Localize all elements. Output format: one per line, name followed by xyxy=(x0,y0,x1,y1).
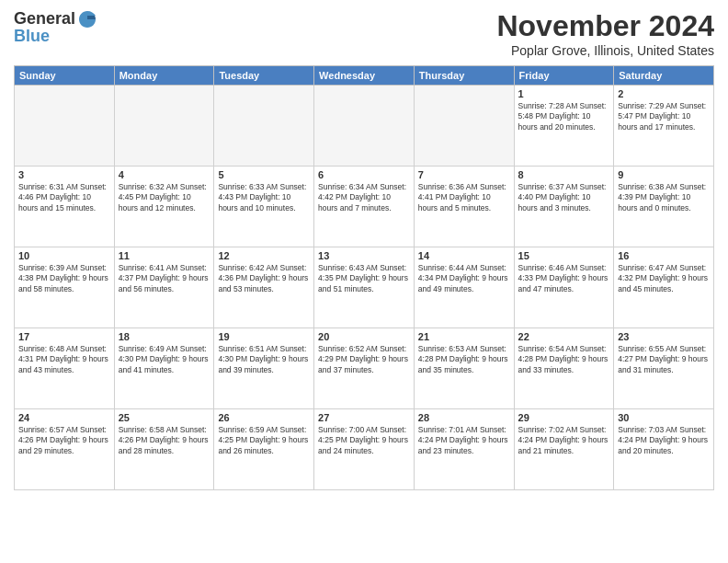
calendar-cell: 25Sunrise: 6:58 AM Sunset: 4:26 PM Dayli… xyxy=(114,409,214,490)
day-info: Sunrise: 7:01 AM Sunset: 4:24 PM Dayligh… xyxy=(418,425,510,456)
day-info: Sunrise: 6:58 AM Sunset: 4:26 PM Dayligh… xyxy=(119,425,210,456)
day-number: 16 xyxy=(618,250,710,261)
weekday-header-thursday: Thursday xyxy=(414,66,514,86)
calendar-cell: 8Sunrise: 6:37 AM Sunset: 4:40 PM Daylig… xyxy=(514,167,614,247)
header: General Blue November 2024 Poplar Grove,… xyxy=(14,9,714,58)
day-number: 21 xyxy=(418,331,510,342)
calendar-cell: 20Sunrise: 6:52 AM Sunset: 4:29 PM Dayli… xyxy=(314,328,415,409)
calendar-cell: 9Sunrise: 6:38 AM Sunset: 4:39 PM Daylig… xyxy=(614,167,714,247)
day-info: Sunrise: 7:28 AM Sunset: 5:48 PM Dayligh… xyxy=(518,101,610,132)
title-block: November 2024 Poplar Grove, Illinois, Un… xyxy=(496,9,714,58)
day-info: Sunrise: 7:03 AM Sunset: 4:24 PM Dayligh… xyxy=(618,425,710,456)
calendar-cell: 28Sunrise: 7:01 AM Sunset: 4:24 PM Dayli… xyxy=(414,409,514,490)
day-number: 29 xyxy=(518,412,610,423)
weekday-header-sunday: Sunday xyxy=(15,66,115,86)
day-info: Sunrise: 6:48 AM Sunset: 4:31 PM Dayligh… xyxy=(18,344,110,375)
logo-blue: Blue xyxy=(14,28,97,46)
weekday-header-tuesday: Tuesday xyxy=(214,66,314,86)
day-info: Sunrise: 6:43 AM Sunset: 4:35 PM Dayligh… xyxy=(318,263,410,294)
calendar-cell: 5Sunrise: 6:33 AM Sunset: 4:43 PM Daylig… xyxy=(214,167,314,247)
day-number: 6 xyxy=(318,169,410,180)
day-info: Sunrise: 6:38 AM Sunset: 4:39 PM Dayligh… xyxy=(618,182,710,213)
calendar-cell: 3Sunrise: 6:31 AM Sunset: 4:46 PM Daylig… xyxy=(15,167,115,247)
week-row-1: 3Sunrise: 6:31 AM Sunset: 4:46 PM Daylig… xyxy=(15,167,714,247)
calendar-cell: 15Sunrise: 6:46 AM Sunset: 4:33 PM Dayli… xyxy=(514,247,614,328)
day-number: 8 xyxy=(518,169,610,180)
day-info: Sunrise: 7:29 AM Sunset: 5:47 PM Dayligh… xyxy=(618,101,710,132)
calendar-cell: 12Sunrise: 6:42 AM Sunset: 4:36 PM Dayli… xyxy=(214,247,314,328)
day-info: Sunrise: 6:49 AM Sunset: 4:30 PM Dayligh… xyxy=(119,344,210,375)
logo-general: General xyxy=(14,10,75,29)
day-info: Sunrise: 6:53 AM Sunset: 4:28 PM Dayligh… xyxy=(418,344,510,375)
week-row-2: 10Sunrise: 6:39 AM Sunset: 4:38 PM Dayli… xyxy=(15,247,714,328)
day-info: Sunrise: 6:37 AM Sunset: 4:40 PM Dayligh… xyxy=(518,182,610,213)
calendar-cell: 4Sunrise: 6:32 AM Sunset: 4:45 PM Daylig… xyxy=(114,167,214,247)
day-info: Sunrise: 6:31 AM Sunset: 4:46 PM Dayligh… xyxy=(18,182,110,213)
calendar-cell: 14Sunrise: 6:44 AM Sunset: 4:34 PM Dayli… xyxy=(414,247,514,328)
calendar-cell: 13Sunrise: 6:43 AM Sunset: 4:35 PM Dayli… xyxy=(314,247,415,328)
calendar-cell: 16Sunrise: 6:47 AM Sunset: 4:32 PM Dayli… xyxy=(614,247,714,328)
calendar-cell: 7Sunrise: 6:36 AM Sunset: 4:41 PM Daylig… xyxy=(414,167,514,247)
main-title: November 2024 xyxy=(496,9,714,43)
day-info: Sunrise: 6:52 AM Sunset: 4:29 PM Dayligh… xyxy=(318,344,410,375)
day-number: 1 xyxy=(518,88,610,99)
day-info: Sunrise: 7:00 AM Sunset: 4:25 PM Dayligh… xyxy=(318,425,410,456)
calendar: SundayMondayTuesdayWednesdayThursdayFrid… xyxy=(14,65,714,490)
calendar-cell: 21Sunrise: 6:53 AM Sunset: 4:28 PM Dayli… xyxy=(414,328,514,409)
page: General Blue November 2024 Poplar Grove,… xyxy=(0,0,728,563)
calendar-cell: 27Sunrise: 7:00 AM Sunset: 4:25 PM Dayli… xyxy=(314,409,415,490)
subtitle: Poplar Grove, Illinois, United States xyxy=(496,43,714,58)
calendar-cell xyxy=(314,86,415,167)
day-info: Sunrise: 6:59 AM Sunset: 4:25 PM Dayligh… xyxy=(218,425,310,456)
weekday-header-wednesday: Wednesday xyxy=(314,66,415,86)
calendar-cell: 26Sunrise: 6:59 AM Sunset: 4:25 PM Dayli… xyxy=(214,409,314,490)
day-number: 12 xyxy=(218,250,310,261)
day-info: Sunrise: 6:36 AM Sunset: 4:41 PM Dayligh… xyxy=(418,182,510,213)
day-info: Sunrise: 6:41 AM Sunset: 4:37 PM Dayligh… xyxy=(119,263,210,294)
day-info: Sunrise: 6:32 AM Sunset: 4:45 PM Dayligh… xyxy=(119,182,210,213)
day-number: 14 xyxy=(418,250,510,261)
day-info: Sunrise: 6:34 AM Sunset: 4:42 PM Dayligh… xyxy=(318,182,410,213)
day-number: 4 xyxy=(119,169,210,180)
week-row-3: 17Sunrise: 6:48 AM Sunset: 4:31 PM Dayli… xyxy=(15,328,714,409)
day-info: Sunrise: 6:42 AM Sunset: 4:36 PM Dayligh… xyxy=(218,263,310,294)
day-number: 20 xyxy=(318,331,410,342)
day-number: 28 xyxy=(418,412,510,423)
day-number: 24 xyxy=(18,412,110,423)
day-info: Sunrise: 6:55 AM Sunset: 4:27 PM Dayligh… xyxy=(618,344,710,375)
day-number: 5 xyxy=(218,169,310,180)
day-number: 22 xyxy=(518,331,610,342)
logo-icon xyxy=(77,9,97,29)
calendar-cell: 23Sunrise: 6:55 AM Sunset: 4:27 PM Dayli… xyxy=(614,328,714,409)
calendar-cell xyxy=(15,86,115,167)
day-number: 15 xyxy=(518,250,610,261)
day-number: 27 xyxy=(318,412,410,423)
day-info: Sunrise: 6:44 AM Sunset: 4:34 PM Dayligh… xyxy=(418,263,510,294)
day-info: Sunrise: 6:39 AM Sunset: 4:38 PM Dayligh… xyxy=(18,263,110,294)
calendar-cell: 10Sunrise: 6:39 AM Sunset: 4:38 PM Dayli… xyxy=(15,247,115,328)
day-info: Sunrise: 6:57 AM Sunset: 4:26 PM Dayligh… xyxy=(18,425,110,456)
day-number: 13 xyxy=(318,250,410,261)
day-number: 7 xyxy=(418,169,510,180)
calendar-cell: 11Sunrise: 6:41 AM Sunset: 4:37 PM Dayli… xyxy=(114,247,214,328)
day-info: Sunrise: 6:51 AM Sunset: 4:30 PM Dayligh… xyxy=(218,344,310,375)
calendar-cell: 19Sunrise: 6:51 AM Sunset: 4:30 PM Dayli… xyxy=(214,328,314,409)
calendar-cell: 30Sunrise: 7:03 AM Sunset: 4:24 PM Dayli… xyxy=(614,409,714,490)
calendar-cell xyxy=(114,86,214,167)
week-row-0: 1Sunrise: 7:28 AM Sunset: 5:48 PM Daylig… xyxy=(15,86,714,167)
day-number: 18 xyxy=(119,331,210,342)
weekday-header-saturday: Saturday xyxy=(614,66,714,86)
calendar-cell: 6Sunrise: 6:34 AM Sunset: 4:42 PM Daylig… xyxy=(314,167,415,247)
week-row-4: 24Sunrise: 6:57 AM Sunset: 4:26 PM Dayli… xyxy=(15,409,714,490)
weekday-header-monday: Monday xyxy=(114,66,214,86)
day-number: 19 xyxy=(218,331,310,342)
day-number: 9 xyxy=(618,169,710,180)
day-info: Sunrise: 6:54 AM Sunset: 4:28 PM Dayligh… xyxy=(518,344,610,375)
day-info: Sunrise: 6:33 AM Sunset: 4:43 PM Dayligh… xyxy=(218,182,310,213)
day-info: Sunrise: 7:02 AM Sunset: 4:24 PM Dayligh… xyxy=(518,425,610,456)
calendar-cell: 1Sunrise: 7:28 AM Sunset: 5:48 PM Daylig… xyxy=(514,86,614,167)
day-number: 26 xyxy=(218,412,310,423)
calendar-cell: 22Sunrise: 6:54 AM Sunset: 4:28 PM Dayli… xyxy=(514,328,614,409)
logo: General Blue xyxy=(14,9,97,46)
day-number: 17 xyxy=(18,331,110,342)
